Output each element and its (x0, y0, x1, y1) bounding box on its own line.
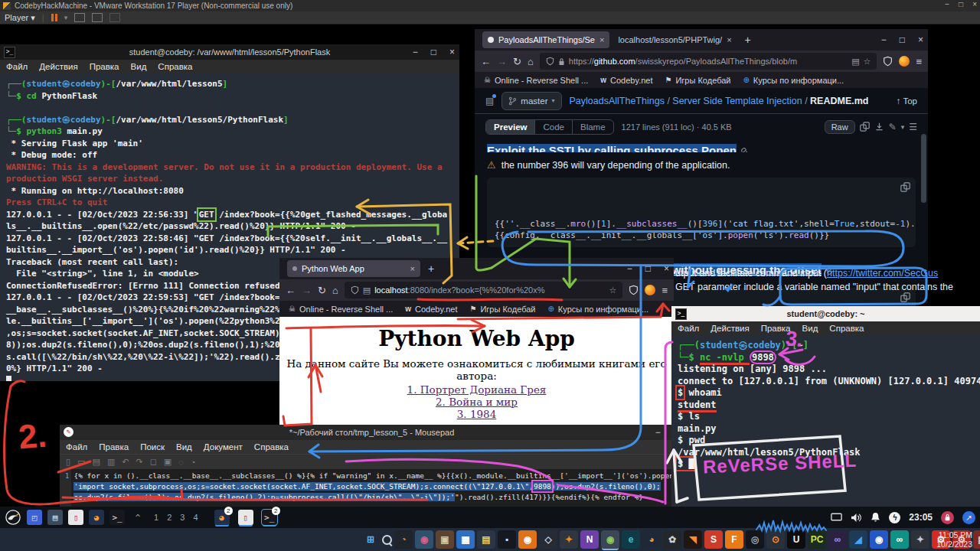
nc-terminal-output[interactable]: ┌──(student㉿codeby)-[~]└─$ nc -nvlp 9898… (671, 335, 980, 507)
book-link[interactable]: 3. 1984 (279, 408, 674, 420)
home-button[interactable]: ⌂ (528, 56, 534, 67)
forward-button[interactable]: → (302, 285, 312, 296)
breadcrumb-folder-link[interactable]: Server Side Template Injection (672, 96, 802, 106)
chrome-icon[interactable]: ◉ (601, 530, 619, 549)
menu-item[interactable]: Действия (710, 324, 749, 333)
files-app-icon[interactable]: ▤ (477, 530, 495, 549)
app-menu-button[interactable]: ≡ (662, 285, 668, 296)
firefox-icon[interactable]: ◕ (642, 530, 661, 549)
toolbar-icon[interactable]: ▣ (164, 457, 172, 467)
menu-item[interactable]: Вид (802, 324, 818, 333)
menu-item[interactable]: Поиск (140, 442, 165, 452)
vscode-icon[interactable]: ◢ (849, 530, 867, 549)
bookmark-games[interactable]: ⚑Игры Кодебай (469, 305, 535, 314)
bookmark-codeby[interactable]: wCodeby.net (600, 76, 652, 85)
vm-ctrl-alt-del-button[interactable] (74, 13, 85, 22)
davinci-resolve-icon[interactable]: ✿ (663, 530, 681, 549)
workspace-switcher[interactable]: 1 2 3 4 (154, 513, 201, 522)
link-icon[interactable] (740, 147, 749, 152)
update-sync-icon[interactable]: ↗ (962, 511, 975, 524)
power-manager-icon[interactable]: ϟ (889, 512, 900, 523)
taskbar-mousepad-window[interactable]: ▯ (238, 510, 253, 525)
bookmark-games[interactable]: ⚑Игры Кодебай (665, 76, 730, 85)
bookmark-star-icon[interactable]: ☆ (864, 57, 871, 67)
redfolder-app-icon[interactable]: ▤ (973, 530, 980, 549)
tab-close-icon[interactable]: × (727, 35, 731, 44)
firefox-launcher-icon[interactable]: ◕ (89, 510, 104, 525)
tracking-shield-icon[interactable] (629, 285, 639, 295)
toolbar-icon[interactable]: ▯ (66, 457, 70, 467)
vmware-player-menu[interactable]: Player ▾ (5, 13, 35, 23)
maximize-button[interactable]: □ (431, 47, 436, 57)
panel-expand-icon[interactable]: ^ (130, 510, 145, 525)
menu-item[interactable]: Файл (678, 324, 699, 333)
twitter-link[interactable]: https://twitter.com/SecGus (827, 268, 938, 279)
outline-button[interactable]: ☰ (909, 122, 917, 132)
copy-icon[interactable] (860, 122, 870, 132)
edit-button[interactable]: ✎ (889, 122, 897, 132)
firefox-account-icon[interactable] (899, 56, 910, 67)
code-block-subprocess[interactable]: {{''.__class__.mro()[1].__subclasses__()… (487, 178, 916, 247)
display-icon[interactable] (831, 513, 842, 522)
start-button[interactable]: ⊞ (361, 530, 380, 549)
menu-item[interactable]: Правка (99, 442, 129, 452)
view-tab[interactable]: Code (534, 120, 572, 134)
toolbar-icon[interactable]: ▭ (77, 457, 85, 467)
home-button[interactable]: ⌂ (332, 285, 338, 296)
text-editor-launcher-icon[interactable]: ▯ (68, 510, 83, 525)
camera-app-icon[interactable]: ◎ (746, 530, 764, 549)
menu-item[interactable]: Вид (176, 442, 192, 452)
toolbar-icon[interactable]: ◌ (178, 458, 184, 467)
nc-terminal-titlebar[interactable]: >_ student@codeby: ~ (671, 306, 980, 321)
tracking-shield-icon[interactable] (883, 56, 893, 67)
url-bar[interactable]: https://github.com/swisskyrepo/PayloadsA… (540, 53, 877, 70)
close-button[interactable]: × (918, 34, 923, 45)
vm-pause-caret[interactable]: ▾ (64, 14, 68, 21)
pin-app-icon[interactable]: ◉ (870, 530, 888, 549)
search-icon[interactable] (382, 535, 392, 545)
menu-item[interactable]: Файл (66, 442, 87, 452)
tab-close-icon[interactable]: × (410, 264, 415, 273)
view-tab[interactable]: Preview (486, 120, 534, 134)
carrot-app-icon[interactable]: ◥ (684, 530, 702, 549)
3d-viewer-icon[interactable]: ◇ (539, 530, 557, 549)
toolbar-icon[interactable]: ◔ (191, 458, 196, 467)
menu-item[interactable]: Правка (90, 62, 119, 71)
menu-item[interactable]: Файл (6, 62, 28, 71)
menu-item[interactable]: Действия (39, 62, 77, 71)
f-app-icon[interactable]: F (725, 530, 743, 549)
panel-clock[interactable]: 23:05 (909, 512, 933, 523)
url-bar[interactable]: ▤ localhost:8080/index?book={%%20for%20x… (345, 282, 623, 298)
toolbar-icon[interactable]: ▥ (107, 457, 115, 467)
minimize-button[interactable]: − (655, 427, 661, 438)
windows-clock[interactable]: 11:05 PM 10/2/2023 (903, 530, 972, 549)
menu-item[interactable]: Справка (158, 62, 192, 71)
edge-icon[interactable]: e (622, 530, 640, 549)
gauge-app-icon[interactable]: ◔ (394, 530, 413, 549)
calendar-app-icon[interactable]: ▦ (456, 530, 475, 549)
maximize-button[interactable]: □ (645, 263, 651, 274)
book-link[interactable]: 2. Война и мир (279, 396, 674, 408)
reader-view-icon[interactable]: ▤ (851, 57, 859, 67)
branch-selector[interactable]: master ▾ (501, 92, 561, 110)
portrait-app-icon[interactable]: ▣ (436, 530, 454, 549)
ball-app-icon[interactable]: ◉ (415, 530, 433, 549)
bookmark-courses[interactable]: ⊕Курсы по информаци... (547, 305, 648, 314)
toolbar-icon[interactable]: ◻ (150, 457, 157, 467)
mousepad-titlebar[interactable]: ✎ *~/Рабочий стол/tmp_lesson_5 - Mousepa… (60, 425, 684, 440)
close-button[interactable]: × (664, 263, 669, 274)
visual-studio-icon[interactable]: ∞ (828, 530, 847, 549)
menu-item[interactable]: Справка (829, 324, 864, 333)
toolbar-icon[interactable]: ↷ (136, 457, 143, 467)
edit-caret[interactable]: ▾ (901, 123, 905, 131)
scrollbar[interactable] (921, 134, 926, 203)
maximize-button[interactable]: □ (900, 34, 905, 45)
unreal-icon[interactable]: U (787, 530, 805, 549)
mousepad-editor[interactable]: 1 {% for x in ().__class__.__base__.__su… (60, 469, 684, 507)
bookmark-reverse-shell[interactable]: ☠Online - Reverse Shell ... (289, 305, 393, 314)
view-tab[interactable]: Blame (572, 120, 613, 134)
substance-icon[interactable]: S (704, 530, 723, 549)
toolbar-icon[interactable]: ▤ (92, 457, 100, 467)
tab-localhost-phptwig[interactable]: localhost/lesson5/PHPTwig/ × (612, 31, 737, 48)
raw-button[interactable]: Raw (825, 120, 855, 134)
